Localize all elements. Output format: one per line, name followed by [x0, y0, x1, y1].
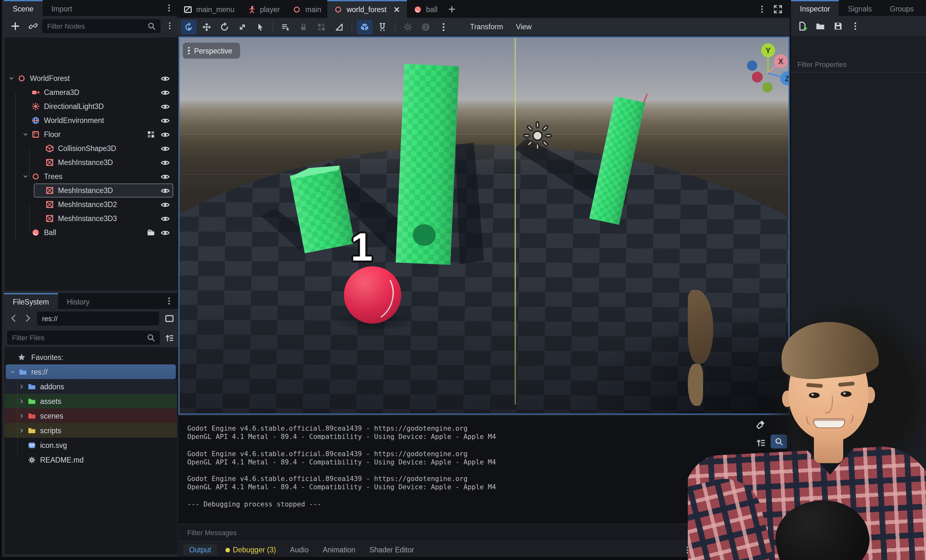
filesystem-dock-tab-history[interactable]: History — [58, 293, 99, 309]
load-resource-icon[interactable] — [815, 21, 825, 31]
filesystem-row-readme-md[interactable]: README.md — [5, 453, 177, 467]
scene-tree-row-worldenvironment[interactable]: WorldEnvironment — [5, 114, 177, 127]
nav-forward-icon[interactable] — [23, 313, 32, 323]
filesystem-filter-row: Filter Files — [4, 328, 179, 347]
rotate-mode-button[interactable] — [216, 20, 233, 34]
lock-node-button[interactable] — [295, 20, 312, 34]
bottom-tab-audio[interactable]: Audio — [284, 544, 315, 555]
filesystem-row-res-[interactable]: res:// — [6, 365, 176, 379]
ruler-mode-button[interactable] — [331, 20, 347, 34]
use-local-space-button[interactable] — [357, 20, 372, 34]
scene-tree-row-collisionshape3d[interactable]: CollisionShape3D — [5, 141, 177, 156]
inspector-tab-signals[interactable]: Signals — [839, 0, 881, 16]
extra-options-button[interactable] — [436, 20, 451, 34]
transform-menu[interactable]: Transform — [464, 23, 510, 30]
filesystem-row-scenes[interactable]: scenes — [5, 409, 177, 423]
visibility-toggle-icon[interactable] — [160, 158, 170, 167]
projection-menu[interactable]: Perspective — [183, 43, 240, 59]
save-resource-icon[interactable] — [833, 21, 843, 31]
preview-environment-button[interactable] — [418, 20, 434, 34]
scene-tree-row-worldforest[interactable]: WorldForest — [5, 71, 177, 85]
group-node-button[interactable] — [313, 20, 329, 34]
visibility-toggle-icon[interactable] — [160, 88, 170, 97]
preview-sunlight-button[interactable] — [400, 20, 416, 34]
filesystem-dock-tab-filesystem[interactable]: FileSystem — [4, 293, 58, 309]
filesystem-dock-menu-icon[interactable] — [165, 297, 173, 305]
chevron-down-icon[interactable] — [22, 131, 29, 138]
visibility-toggle-icon[interactable] — [160, 214, 170, 223]
view-menu[interactable]: View — [510, 23, 538, 30]
filesystem-row-scripts[interactable]: scripts — [5, 423, 177, 438]
scene-tab-main_menu[interactable]: main_menu — [177, 0, 241, 18]
filter-properties-input[interactable]: Filter Properties — [791, 56, 926, 73]
scene-tree-row-floor[interactable]: Floor — [5, 127, 177, 141]
move-mode-button[interactable] — [199, 20, 215, 34]
bottom-tab-output[interactable]: Output — [183, 544, 217, 555]
selection-list-button[interactable] — [252, 20, 268, 34]
scene-tree-row-trees[interactable]: Trees — [5, 170, 177, 183]
select-mode-button[interactable] — [181, 20, 197, 34]
scene-dock-tab-import[interactable]: Import — [42, 0, 81, 16]
visibility-toggle-icon[interactable] — [160, 130, 170, 139]
filesystem-row-addons[interactable]: addons — [5, 379, 177, 394]
group-badge-icon[interactable] — [147, 130, 155, 139]
scene-tab-player[interactable]: player — [241, 0, 286, 18]
distraction-free-icon[interactable] — [773, 5, 783, 14]
add-node-button[interactable] — [10, 21, 20, 31]
scene-tree-row-directionallight3d[interactable]: DirectionalLight3D — [5, 99, 177, 114]
chevron-right-icon[interactable] — [18, 427, 25, 434]
instance-scene-button[interactable] — [28, 21, 38, 31]
filesystem-row-assets[interactable]: assets — [5, 394, 177, 409]
scene-tree-row-meshinstance3d[interactable]: MeshInstance3D — [5, 183, 177, 197]
visibility-toggle-icon[interactable] — [160, 200, 170, 209]
use-snap-button[interactable] — [374, 20, 390, 34]
inspector-tab-groups[interactable]: Groups — [881, 0, 923, 16]
nav-back-icon[interactable] — [9, 313, 18, 323]
scene-tree-row-meshinstance3d[interactable]: MeshInstance3D — [5, 156, 177, 170]
new-scene-tab-button[interactable] — [444, 0, 460, 18]
scene-tree-row-ball[interactable]: Ball — [5, 226, 177, 239]
visibility-toggle-icon[interactable] — [160, 116, 170, 125]
scene-dock-tab-scene[interactable]: Scene — [4, 0, 42, 16]
chevron-right-icon[interactable] — [18, 383, 25, 390]
chevron-down-icon[interactable] — [9, 369, 16, 375]
chevron-down-icon[interactable] — [22, 173, 29, 180]
split-view-icon[interactable] — [164, 313, 174, 324]
resource-menu-icon[interactable] — [851, 21, 860, 30]
toolbar-separator — [272, 21, 273, 32]
bottom-tab-animation[interactable]: Animation — [317, 544, 361, 555]
filter-files-input[interactable]: Filter Files — [7, 331, 160, 345]
scene-tree-row-camera3d[interactable]: Camera3D — [5, 85, 177, 99]
chevron-right-icon[interactable] — [18, 413, 25, 419]
scene-tab-world_forest[interactable]: world_forest — [328, 0, 407, 18]
scene-tree-menu-icon[interactable] — [166, 22, 174, 30]
movie-badge-icon[interactable] — [147, 228, 155, 237]
inspector-tab-inspector[interactable]: Inspector — [791, 0, 839, 16]
visibility-toggle-icon[interactable] — [160, 172, 170, 181]
filter-nodes-input[interactable]: Filter Nodes — [42, 19, 160, 33]
chevron-right-icon[interactable] — [18, 398, 25, 404]
bottom-tab-shader-editor[interactable]: Shader Editor — [364, 544, 420, 555]
close-tab-icon[interactable] — [393, 6, 401, 14]
scene-tab-main[interactable]: main — [286, 0, 328, 18]
tab-list-menu-icon[interactable] — [758, 5, 766, 14]
bottom-tab-debugger-3-[interactable]: Debugger (3) — [219, 544, 282, 555]
visibility-toggle-icon[interactable] — [160, 186, 170, 195]
path-field[interactable]: res:// — [37, 312, 159, 325]
new-resource-icon[interactable] — [797, 21, 808, 31]
scene-tab-ball[interactable]: ball — [407, 0, 444, 18]
scene-tree-row-meshinstance3d2[interactable]: MeshInstance3D2 — [5, 197, 177, 212]
visibility-toggle-icon[interactable] — [160, 74, 170, 83]
ring-icon — [31, 172, 40, 181]
person-smile — [813, 419, 845, 428]
sort-files-icon[interactable] — [164, 333, 174, 343]
scene-tree-row-meshinstance3d3[interactable]: MeshInstance3D3 — [5, 212, 177, 226]
filesystem-row-icon-svg[interactable]: icon.svg — [5, 438, 177, 453]
select-subscene-button[interactable] — [278, 20, 294, 34]
visibility-toggle-icon[interactable] — [160, 101, 170, 111]
scale-mode-button[interactable] — [235, 20, 250, 34]
visibility-toggle-icon[interactable] — [160, 144, 170, 153]
visibility-toggle-icon[interactable] — [160, 228, 170, 237]
chevron-down-icon[interactable] — [8, 75, 15, 82]
scene-dock-menu-icon[interactable] — [165, 4, 173, 12]
